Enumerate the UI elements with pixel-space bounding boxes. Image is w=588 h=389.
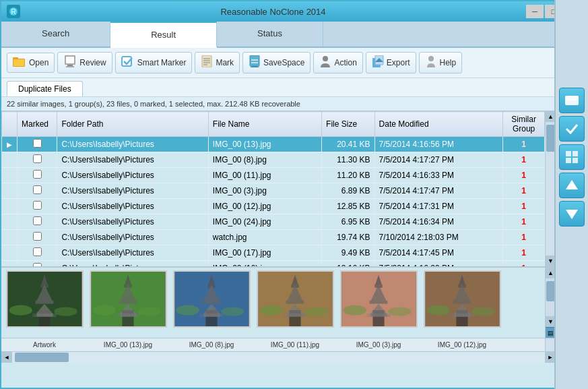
row-checkbox[interactable] [33,139,42,148]
help-label: Help [440,58,457,67]
table-row[interactable]: C:\Users\Isabelly\Pictureswatch.jpg19.74… [2,230,545,245]
svg-point-23 [428,56,434,61]
row-checkbox[interactable] [33,201,42,210]
toolbar: Open Review Smart Marker [1,48,587,78]
main-tabs: Search Result Status [1,22,587,48]
table-row[interactable]: C:\Users\Isabelly\PicturesIMG_00 (3).jpg… [2,183,545,199]
help-button[interactable]: Help [419,52,463,73]
table-row[interactable]: C:\Users\Isabelly\PicturesIMG_00 (24).jp… [2,214,545,230]
hscroll-left-button[interactable]: ◄ [1,352,12,363]
thumbnail-item[interactable] [171,270,252,328]
svg-rect-77 [369,301,387,304]
row-checkbox[interactable] [33,154,42,163]
thumbnail-label: IMG_00 (8).jpg [171,341,252,349]
row-date: 7/5/2014 4:17:27 PM [374,152,503,168]
panel-btn-1[interactable] [559,88,585,113]
panel-btn-2[interactable] [559,116,585,142]
table-row[interactable]: C:\Users\Isabelly\PicturesIMG_00 (12).jp… [2,199,545,214]
statusbar: 22 similar images, 1 group(s), 23 files,… [1,97,556,111]
svg-rect-6 [66,57,74,63]
svg-rect-16 [251,59,258,61]
row-filename: IMG_00 (17).jpg [208,245,321,261]
svg-rect-8 [66,66,74,67]
savespace-label: SaveSpace [263,58,304,67]
row-checkbox[interactable] [33,170,42,179]
action-button[interactable]: Action [313,52,362,73]
tab-status[interactable]: Status [217,22,323,47]
row-group: 1 [503,230,545,245]
hscroll-thumb[interactable] [15,353,69,362]
row-checkbox[interactable] [33,247,42,256]
row-arrow [2,245,18,261]
svg-point-34 [9,305,32,316]
smart-marker-label: Smart Marker [137,58,187,67]
export-icon [372,55,384,70]
row-arrow [2,183,18,199]
table-row[interactable]: C:\Users\Isabelly\PicturesIMG_00 (8).jpg… [2,152,545,168]
export-label: Export [387,58,410,67]
col-marked: Marked [17,112,57,137]
panel-btn-down[interactable] [559,201,585,227]
row-checkbox[interactable] [33,232,42,241]
svg-rect-17 [251,62,258,63]
row-checkbox-cell [17,152,57,168]
thumbnail-image [173,270,251,328]
open-button[interactable]: Open [7,53,55,73]
table-row[interactable]: C:\Users\Isabelly\PicturesIMG_00 (16).jp… [2,261,545,267]
open-icon [13,56,26,69]
thumbnail-item[interactable] [88,270,168,328]
thumbnail-item[interactable] [4,270,85,328]
table-row[interactable]: ▶C:\Users\Isabelly\PicturesIMG_00 (13).j… [2,137,545,152]
thumbnail-item[interactable] [338,270,419,328]
row-date: 7/5/2014 4:17:47 PM [374,183,503,199]
main-layout: 22 similar images, 1 group(s), 23 files,… [1,97,587,362]
thumbnail-item[interactable] [422,270,502,328]
thumbnails-area [1,268,545,338]
svg-rect-89 [453,301,471,304]
export-button[interactable]: Export [366,52,416,73]
svg-point-58 [176,305,199,316]
row-checkbox[interactable] [33,216,42,225]
row-folder: C:\Users\Isabelly\Pictures [57,137,208,152]
minimize-button[interactable]: ─ [526,5,544,18]
row-checkbox-cell [17,230,57,245]
tab-result[interactable]: Result [110,22,217,48]
panel-btn-up[interactable] [559,173,585,198]
panel-btn-3[interactable] [559,144,585,170]
mark-label: Mark [216,58,234,67]
row-date: 7/5/2014 4:16:39 PM [374,261,503,267]
svg-rect-53 [202,301,220,304]
mark-button[interactable]: Mark [195,52,240,73]
svg-point-82 [343,305,366,316]
smart-marker-button[interactable]: Smart Marker [115,52,193,73]
thumbnail-item[interactable] [255,270,335,328]
row-checkbox[interactable] [33,185,42,194]
subtab-duplicate-files[interactable]: Duplicate Files [7,81,83,96]
row-checkbox[interactable] [33,263,42,266]
table-row[interactable]: C:\Users\Isabelly\PicturesIMG_00 (17).jp… [2,245,545,261]
svg-point-47 [137,307,160,316]
bottom-scrollbar[interactable]: ◄ ► [1,351,556,362]
row-folder: C:\Users\Isabelly\Pictures [57,152,208,168]
thumbnail-label: Artwork [4,341,85,349]
hscroll-track[interactable] [12,352,545,363]
right-panel [554,0,588,389]
thumbnail-label: IMG_00 (12).jpg [422,341,502,349]
svg-point-59 [221,307,244,316]
row-filename: IMG_00 (12).jpg [208,199,321,214]
row-size: 6.89 KB [322,183,375,199]
action-label: Action [334,58,356,67]
review-button[interactable]: Review [57,52,112,73]
col-arrow [2,112,18,137]
savespace-button[interactable]: SaveSpace [242,52,311,73]
row-size: 19.74 KB [322,230,375,245]
table-row[interactable]: C:\Users\Isabelly\PicturesIMG_00 (11).jp… [2,168,545,183]
svg-rect-99 [573,151,578,156]
svg-marker-102 [566,180,578,189]
row-date: 7/5/2014 4:16:34 PM [374,214,503,230]
open-label: Open [29,58,48,67]
row-folder: C:\Users\Isabelly\Pictures [57,230,208,245]
table-scroll[interactable]: Marked Folder Path File Name File Size D… [1,111,545,266]
svg-rect-101 [573,158,578,163]
tab-search[interactable]: Search [1,22,110,47]
